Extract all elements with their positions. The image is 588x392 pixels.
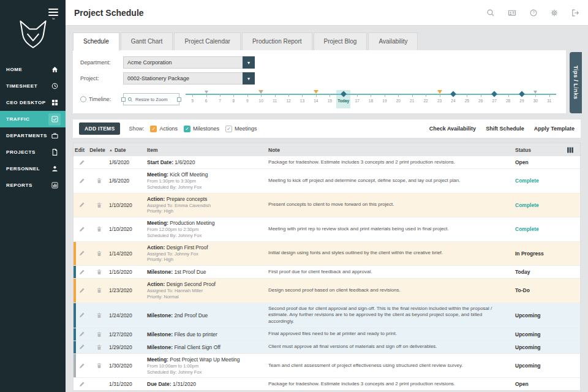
top-bar-icons: ? <box>486 9 579 17</box>
timeline-tick: 24 <box>447 90 460 108</box>
sidebar-item-label: TRAFFIC <box>6 116 29 122</box>
filter-actions-checkbox[interactable]: ✓ Actions <box>150 126 178 132</box>
item-title: 1/6/2020 <box>175 159 195 165</box>
row-date: 1/10/2020 <box>109 202 147 208</box>
search-icon[interactable] <box>486 9 495 17</box>
sidebar-item-projects[interactable]: PROJECTS <box>0 144 66 160</box>
checkbox-checked-icon[interactable]: ✓ <box>184 126 190 132</box>
shift-schedule-link[interactable]: Shift Schedule <box>486 126 524 132</box>
timeline-tick-label: 27 <box>492 99 497 103</box>
delete-icon[interactable] <box>89 287 109 294</box>
sidebar-item-ceo-desktop[interactable]: CEO DESKTOP <box>0 94 66 111</box>
table-header: Edit Delete ▲ Date Item Note Status <box>73 143 581 156</box>
timeline-tick-label: 22 <box>423 99 428 103</box>
tab-bar: Schedule Gantt Chart Project Calendar Pr… <box>73 32 581 50</box>
table-row: 1/31/2020 Due Date: 1/31/2020 Package fo… <box>74 378 580 390</box>
sort-asc-icon[interactable]: ▲ <box>109 148 113 152</box>
tab-project-blog[interactable]: Project Blog <box>314 32 368 50</box>
tips-links-tab[interactable]: Tips / Links <box>570 52 582 113</box>
chevron-down-icon[interactable]: ▾ <box>243 56 255 69</box>
resize-to-zoom-label: Resize to Zoom <box>135 97 168 102</box>
timeline-collapse-icon[interactable] <box>80 96 86 102</box>
timeline-tick: 12 <box>282 90 295 108</box>
timeline-tick-label: 18 <box>369 99 373 103</box>
edit-icon[interactable] <box>74 312 89 318</box>
filter-milestones-label: Milestones <box>193 126 219 132</box>
edit-icon[interactable] <box>74 202 89 208</box>
checkbox-checked-icon[interactable]: ✓ <box>225 126 232 132</box>
row-item: Meeting: Production Meeting From 12:00pm… <box>147 220 268 239</box>
sidebar-item-traffic[interactable]: TRAFFIC <box>0 111 66 127</box>
edit-icon[interactable] <box>74 159 89 166</box>
delete-icon[interactable] <box>89 225 109 233</box>
edit-icon[interactable] <box>74 363 89 369</box>
status-badge: Upcoming <box>515 331 564 337</box>
sidebar-item-departments[interactable]: DEPARTMENTS <box>0 127 66 144</box>
department-value: Acme Corporation <box>127 59 172 66</box>
delete-icon[interactable] <box>89 344 109 351</box>
status-badge: Complete <box>515 202 564 208</box>
delete-icon[interactable] <box>89 312 109 319</box>
edit-icon[interactable] <box>74 344 89 350</box>
page-title: Project Schedule <box>74 8 144 18</box>
sidebar-item-home[interactable]: HOME <box>0 61 66 78</box>
filter-milestones-checkbox[interactable]: ✓ Milestones <box>184 126 219 132</box>
delete-icon[interactable] <box>89 268 109 276</box>
table-row: 1/23/2020 Action: Design Second Proof As… <box>74 279 580 303</box>
settings-gear-icon[interactable] <box>550 9 559 17</box>
filter-meetings-checkbox[interactable]: ✓ Meetings <box>225 126 257 132</box>
tab-gantt-chart[interactable]: Gantt Chart <box>121 32 173 50</box>
sidebar-nav: HOME TIMESHEET CEO DESKTOP TRAFFIC DEPAR… <box>0 61 66 194</box>
column-picker-icon[interactable] <box>564 146 580 154</box>
row-item: Milestone: Final Client Sign Off <box>147 344 268 350</box>
add-items-button[interactable]: ADD ITEMS <box>79 123 120 135</box>
row-date: 1/6/2020 <box>109 178 147 184</box>
apply-template-link[interactable]: Apply Template <box>534 126 575 132</box>
resize-to-zoom-handle[interactable]: Resize to Zoom <box>123 93 179 105</box>
department-select[interactable]: Acme Corporation ▾ <box>123 56 255 69</box>
edit-icon[interactable] <box>74 381 89 388</box>
tab-schedule[interactable]: Schedule <box>73 32 119 51</box>
sign-out-icon[interactable] <box>571 9 579 17</box>
col-item: Item <box>147 147 268 153</box>
chevron-down-icon[interactable]: ▾ <box>243 72 255 85</box>
sidebar-item-label: CEO DESKTOP <box>6 100 46 105</box>
contacts-icon[interactable] <box>507 9 517 17</box>
edit-icon[interactable] <box>74 178 89 184</box>
row-item: Due Date: 1/31/2020 <box>147 381 268 387</box>
delete-icon[interactable] <box>89 177 109 184</box>
row-item: Meeting: Kick Off Meeting From 1:30pm to… <box>147 172 268 190</box>
item-title: Files due to printer <box>174 331 217 337</box>
delete-icon[interactable] <box>89 250 109 257</box>
edit-icon[interactable] <box>74 331 89 337</box>
top-bar: Project Schedule ? <box>66 0 588 26</box>
project-select[interactable]: 0002-Stationery Package ▾ <box>123 72 255 85</box>
row-item: Start Date: 1/6/2020 <box>147 159 268 165</box>
edit-icon[interactable] <box>74 226 89 233</box>
status-badge: Upcoming <box>515 363 564 369</box>
tab-production-report[interactable]: Production Report <box>242 32 312 50</box>
sidebar-item-reports[interactable]: REPORTS <box>0 177 66 194</box>
timeline-tick-label: 31 <box>547 99 551 103</box>
timeline-tick: 11 <box>268 90 281 108</box>
row-date: 1/23/2020 <box>109 287 147 293</box>
status-badge: Open <box>515 159 564 165</box>
row-note: Meeting to kick off project and determin… <box>268 178 515 184</box>
col-date[interactable]: ▲ Date <box>109 147 147 153</box>
tab-availability[interactable]: Availability <box>368 32 418 50</box>
checkbox-checked-icon[interactable]: ✓ <box>150 126 157 132</box>
check-availability-link[interactable]: Check Availability <box>429 126 476 132</box>
delete-icon[interactable] <box>89 202 109 209</box>
sidebar-item-timesheet[interactable]: TIMESHEET <box>0 78 66 94</box>
item-type: Milestone: <box>147 331 173 337</box>
delete-icon[interactable] <box>89 362 109 369</box>
tab-project-calendar[interactable]: Project Calendar <box>174 32 240 50</box>
edit-icon[interactable] <box>74 269 89 276</box>
timeline-ruler[interactable]: 5 6 7 8 9 10 11 <box>186 90 556 108</box>
sidebar-item-personnel[interactable]: PERSONNEL <box>0 160 66 177</box>
help-icon[interactable]: ? <box>529 9 538 17</box>
delete-icon[interactable] <box>89 331 109 338</box>
row-date: 1/16/2020 <box>109 269 147 275</box>
edit-icon[interactable] <box>74 250 89 257</box>
edit-icon[interactable] <box>74 287 89 294</box>
